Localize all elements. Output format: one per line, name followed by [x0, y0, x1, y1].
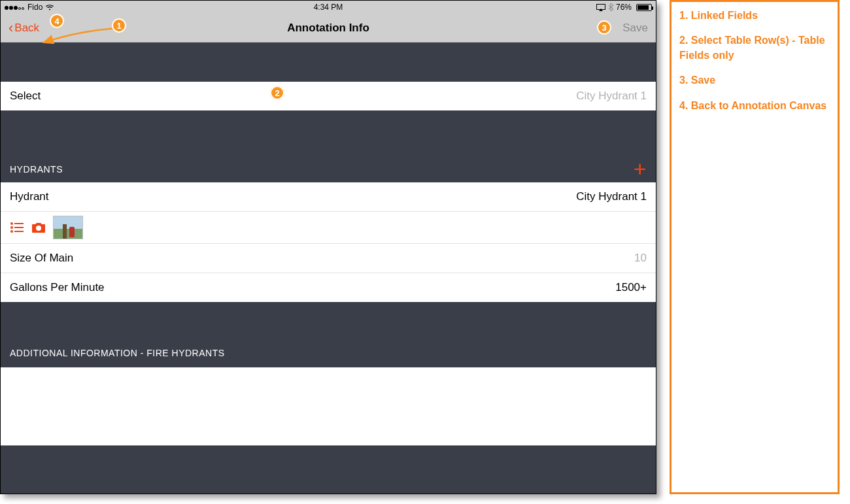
wifi-icon [45, 4, 54, 10]
save-button[interactable]: Save [622, 22, 648, 35]
battery-percent: 76% [616, 3, 632, 12]
back-label: Back [14, 22, 39, 35]
camera-icon[interactable] [31, 222, 46, 233]
signal-dots-icon [5, 3, 25, 12]
svg-point-6 [10, 230, 13, 233]
svg-point-2 [10, 222, 13, 225]
svg-rect-3 [14, 223, 24, 224]
clock-label: 4:34 PM [314, 3, 343, 12]
media-row [1, 212, 656, 243]
gpm-row[interactable]: Gallons Per Minute 1500+ [1, 273, 656, 302]
gpm-label: Gallons Per Minute [10, 281, 105, 294]
section-header-additional: ADDITIONAL INFORMATION - FIRE HYDRANTS [1, 302, 656, 367]
chevron-left-icon: ‹ [8, 21, 13, 35]
photo-thumbnail[interactable] [53, 216, 83, 239]
select-row[interactable]: Select City Hydrant 1 [1, 82, 656, 110]
section-header-hydrants: HYDRANTS + [1, 110, 656, 182]
hydrant-label: Hydrant [10, 190, 49, 203]
section-title: ADDITIONAL INFORMATION - FIRE HYDRANTS [10, 348, 225, 358]
legend-item-3: 3. Save [679, 73, 830, 88]
legend-item-1: 1. Linked Fields [679, 8, 830, 23]
page-title: Annotation Info [287, 22, 369, 35]
svg-rect-7 [14, 231, 24, 232]
list-icon[interactable] [10, 222, 24, 233]
status-bar: Fido 4:34 PM 76% [1, 1, 656, 14]
callout-marker-1: 1 [112, 18, 126, 33]
back-button[interactable]: ‹ Back [8, 21, 39, 35]
size-of-main-row[interactable]: Size Of Main 10 [1, 244, 656, 273]
gpm-value: 1500+ [615, 281, 647, 294]
svg-point-4 [10, 226, 13, 229]
svg-point-8 [36, 226, 41, 231]
add-hydrant-button[interactable]: + [634, 163, 647, 175]
section-title: HYDRANTS [10, 164, 63, 175]
callout-arrow [40, 27, 125, 53]
size-of-main-label: Size Of Main [10, 252, 73, 265]
callout-marker-4: 4 [50, 14, 64, 28]
callout-marker-3: 3 [597, 20, 611, 35]
callout-marker-2: 2 [270, 86, 284, 100]
select-value: City Hydrant 1 [576, 90, 647, 103]
legend-box: 1. Linked Fields 2. Select Table Row(s) … [670, 0, 840, 494]
svg-rect-5 [14, 227, 24, 228]
select-label: Select [10, 90, 41, 103]
carrier-label: Fido [27, 3, 42, 12]
bluetooth-icon [608, 3, 613, 11]
airplay-icon [596, 4, 605, 11]
additional-info-body[interactable] [1, 367, 656, 446]
legend-item-4: 4. Back to Annotation Canvas [679, 99, 830, 113]
hydrant-row[interactable]: Hydrant City Hydrant 1 [1, 182, 656, 211]
legend-item-2: 2. Select Table Row(s) - Table Fields on… [679, 33, 830, 63]
spacer [1, 446, 656, 494]
device-frame: Fido 4:34 PM 76% ‹ Back [0, 0, 656, 494]
battery-icon [634, 4, 652, 11]
size-of-main-value: 10 [634, 252, 647, 265]
hydrant-value: City Hydrant 1 [576, 190, 647, 203]
